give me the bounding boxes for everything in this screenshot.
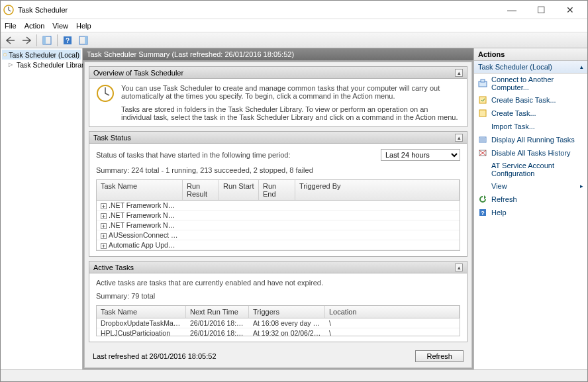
action-item[interactable]: Refresh (474, 193, 587, 206)
table-row[interactable]: +.NET Framework NGEN v4.0.303... (97, 211, 460, 220)
col-nextrun[interactable]: Next Run Time (186, 306, 249, 318)
actions-group[interactable]: Task Scheduler (Local) ▴ (474, 61, 587, 73)
footer-bar: Last refreshed at 26/01/2016 18:05:52 Re… (89, 346, 467, 363)
menu-bar: File Action View Help (1, 19, 587, 32)
table-row[interactable]: DropboxUpdateTaskMachineUA26/01/2016 18:… (97, 318, 460, 328)
overview-panel: Overview of Task Scheduler ▴ You can use… (89, 66, 467, 127)
action-label: Create Basic Task... (491, 96, 556, 104)
action-label: Disable All Tasks History (491, 149, 571, 157)
refresh-button[interactable]: Refresh (415, 350, 464, 362)
action-label: Help (491, 209, 507, 216)
summary-header: Task Scheduler Summary (Last refreshed: … (83, 48, 473, 60)
col-runend[interactable]: Run End (259, 180, 295, 200)
table-row[interactable]: +Automatic App Update (last ru... (97, 240, 460, 250)
status-grid: Task Name Run Result Run Start Run End T… (96, 179, 460, 251)
active-grid: Task Name Next Run Time Triggers Locatio… (96, 305, 460, 336)
svg-rect-6 (85, 36, 87, 44)
close-button[interactable]: ✕ (556, 1, 585, 19)
period-select[interactable]: Last 24 hours (381, 149, 460, 161)
action-icon (478, 195, 487, 204)
actions-header: Actions (474, 48, 587, 61)
action-icon (478, 181, 487, 191)
minimize-button[interactable]: — (497, 1, 526, 19)
active-summary: Summary: 79 total (96, 292, 460, 300)
action-icon (478, 109, 487, 118)
action-icon: ? (478, 208, 487, 217)
svg-text:?: ? (66, 37, 70, 44)
forward-button[interactable] (19, 34, 34, 47)
table-row[interactable]: +.NET Framework NGEN v4.0.303... (97, 201, 460, 211)
table-row[interactable]: +.NET Framework NGEN v4.0.303... (97, 220, 460, 230)
tree-root-label: Task Scheduler (Local) (9, 51, 79, 59)
col-taskname[interactable]: Task Name (97, 306, 186, 318)
svg-text:?: ? (481, 210, 485, 216)
action-item[interactable]: Connect to Another Computer... (474, 73, 587, 93)
tree-library[interactable]: ▷ Task Scheduler Library (2, 60, 81, 70)
action-icon (478, 165, 487, 174)
col-triggeredby[interactable]: Triggered By (295, 180, 460, 200)
table-row[interactable]: HPLJCustParticipation26/01/2016 18:32:00… (97, 328, 460, 336)
pane-button[interactable] (76, 34, 91, 47)
toolbar: ? (1, 32, 587, 48)
action-item[interactable]: AT Service Account Configuration (474, 160, 587, 179)
status-bar (1, 369, 587, 381)
status-summary: Summary: 224 total - 1 running, 213 succ… (96, 166, 460, 174)
action-item[interactable]: ?Help (474, 206, 587, 219)
help-icon[interactable]: ? (60, 34, 75, 47)
overview-title: Overview of Task Scheduler (93, 69, 183, 77)
status-label: Status of tasks that have started in the… (96, 151, 291, 159)
back-button[interactable] (3, 34, 18, 47)
menu-view[interactable]: View (52, 22, 68, 30)
action-icon (478, 95, 487, 105)
collapse-icon[interactable]: ▴ (580, 64, 583, 70)
maximize-button[interactable]: ☐ (526, 1, 556, 19)
actions-group-label: Task Scheduler (Local) (478, 63, 552, 71)
collapse-icon[interactable]: ▴ (455, 263, 463, 271)
expand-icon[interactable]: ▷ (9, 62, 13, 68)
col-taskname[interactable]: Task Name (97, 180, 183, 200)
title-bar: Task Scheduler — ☐ ✕ (1, 1, 587, 19)
col-runstart[interactable]: Run Start (219, 180, 259, 200)
action-item[interactable]: Create Basic Task... (474, 93, 587, 107)
center-pane: Task Scheduler Summary (Last refreshed: … (83, 48, 473, 369)
menu-help[interactable]: Help (76, 22, 91, 30)
action-item[interactable]: Create Task... (474, 107, 587, 120)
svg-rect-11 (481, 79, 485, 82)
col-runresult[interactable]: Run Result (183, 180, 219, 200)
app-icon (3, 5, 14, 15)
scheduler-icon (3, 50, 7, 59)
action-label: AT Service Account Configuration (491, 162, 583, 177)
scope-button[interactable] (40, 34, 54, 47)
active-panel: Active Tasks ▴ Active tasks are tasks th… (89, 261, 467, 342)
window-title: Task Scheduler (18, 6, 497, 14)
action-item[interactable]: Display All Running Tasks (474, 133, 587, 146)
action-icon (478, 135, 487, 144)
collapse-icon[interactable]: ▴ (455, 134, 463, 142)
tree-root[interactable]: Task Scheduler (Local) (2, 50, 81, 60)
action-label: Create Task... (491, 109, 536, 117)
table-row[interactable]: +AUSessionConnect (last run fail... (97, 230, 460, 240)
action-label: Display All Running Tasks (491, 136, 575, 144)
clock-icon (96, 84, 115, 103)
col-triggers[interactable]: Triggers (249, 306, 325, 318)
active-desc: Active tasks are tasks that are currentl… (96, 279, 460, 287)
action-label: Connect to Another Computer... (491, 75, 583, 91)
tree-library-label: Task Scheduler Library (17, 61, 87, 69)
status-title: Task Status (93, 134, 131, 142)
action-item[interactable]: Disable All Tasks History (474, 146, 587, 160)
overview-p1: You can use Task Scheduler to create and… (121, 84, 460, 100)
last-refresh: Last refreshed at 26/01/2016 18:05:52 (93, 352, 217, 360)
status-panel: Task Status ▴ Status of tasks that have … (89, 131, 467, 257)
tree-pane: Task Scheduler (Local) ▷ Task Scheduler … (1, 48, 83, 369)
collapse-icon[interactable]: ▴ (455, 69, 463, 77)
menu-action[interactable]: Action (24, 22, 45, 30)
action-label: View (491, 182, 507, 190)
action-item[interactable]: Import Task... (474, 120, 587, 133)
action-icon (478, 148, 487, 158)
menu-file[interactable]: File (5, 22, 17, 30)
action-item[interactable]: View▸ (474, 179, 587, 193)
col-location[interactable]: Location (325, 306, 460, 318)
active-title: Active Tasks (93, 263, 134, 271)
overview-p2: Tasks are stored in folders in the Task … (121, 105, 460, 121)
action-label: Refresh (491, 195, 517, 203)
